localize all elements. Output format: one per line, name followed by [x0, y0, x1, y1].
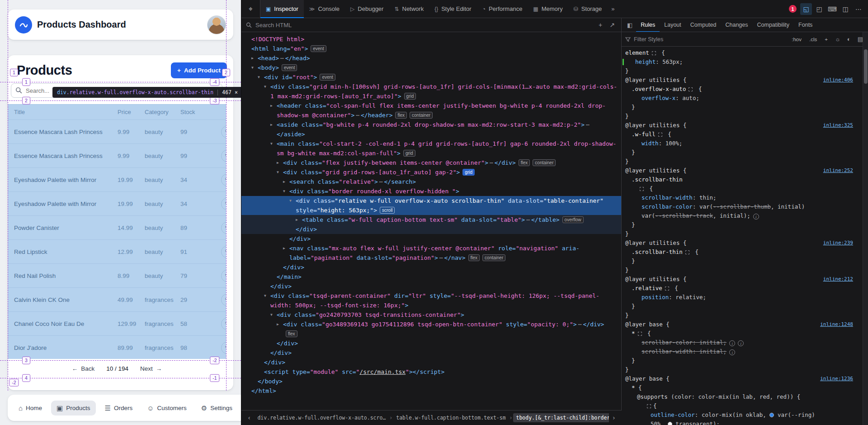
selector-highlighter-icon[interactable] — [685, 250, 689, 254]
rule-line[interactable]: width: 100%; — [622, 139, 862, 148]
rule-line[interactable]: .w-full { — [622, 130, 862, 139]
rule-line[interactable]: } — [622, 266, 862, 275]
markup-line[interactable]: ▶<aside class="bg-white p-4 rounded-2xl … — [241, 120, 621, 139]
expand-arrow-open-icon[interactable]: ▼ — [251, 63, 254, 72]
expand-arrow-closed-icon[interactable]: ▶ — [251, 53, 254, 63]
rule-line[interactable]: { — [622, 401, 862, 411]
error-count-badge[interactable]: 1 — [789, 5, 797, 13]
create-new-node-icon[interactable]: + — [597, 21, 604, 29]
column-header-title[interactable]: Title — [8, 109, 118, 115]
expand-arrow-open-icon[interactable]: ▼ — [264, 82, 266, 91]
light-scheme-icon[interactable]: ☼ — [833, 35, 842, 43]
sidebar-toggle-icon[interactable]: ◧ — [623, 22, 636, 29]
collapsed-ellipsis[interactable]: ⋯ — [488, 159, 495, 166]
edit-row-button[interactable]: ✎ — [221, 246, 226, 258]
expand-arrow-closed-icon[interactable]: ▶ — [270, 120, 273, 129]
tool-tab-debugger[interactable]: ▷Debugger — [345, 0, 389, 18]
rule-line[interactable]: * { — [622, 383, 862, 392]
event-badge[interactable]: event — [282, 64, 297, 71]
rule-line[interactable]: } — [622, 356, 862, 365]
tool-tab-console[interactable]: ≫Console — [304, 0, 345, 18]
rule-line[interactable]: element { — [622, 48, 862, 57]
rule-line[interactable]: } — [622, 257, 862, 266]
expand-arrow-open-icon[interactable]: ▼ — [277, 167, 279, 177]
rule-line[interactable]: .overflow-x-auto { — [622, 85, 862, 94]
rule-line[interactable]: @layer utilities {inline:406 — [622, 76, 862, 85]
edit-row-button[interactable]: ✎ — [221, 198, 226, 210]
markup-line[interactable]: ▼<div class="tsqd-parent-container" dir=… — [241, 291, 621, 310]
markup-line[interactable]: </div> — [241, 234, 621, 244]
nav-item-customers[interactable]: ☺Customers — [142, 401, 192, 415]
markup-line[interactable]: </div> — [241, 348, 621, 358]
sidebar-tab-layout[interactable]: Layout — [660, 18, 686, 32]
meatball-menu-icon[interactable]: ⋯ — [853, 3, 864, 15]
rule-line[interactable]: height: 563px; — [622, 57, 862, 67]
responsive-design-mode-icon[interactable]: ◱ — [800, 3, 812, 15]
avatar[interactable] — [207, 15, 226, 34]
edit-row-button[interactable]: ✎ — [221, 222, 226, 234]
expand-arrow-closed-icon[interactable]: ▶ — [277, 320, 279, 329]
dark-scheme-icon[interactable]: ◐ — [845, 35, 853, 43]
more-tools-chevron-icon[interactable]: » — [607, 5, 618, 12]
rule-line[interactable]: } — [622, 229, 862, 239]
expand-arrow-closed-icon[interactable]: ▶ — [283, 244, 285, 253]
markup-line[interactable]: ▼<div class="go2420793703 tsqd-transitio… — [241, 310, 621, 320]
markup-badge[interactable]: scroll — [380, 207, 395, 214]
markup-badge[interactable]: flex — [468, 254, 480, 261]
add-product-button[interactable]: + Add Product — [171, 62, 227, 78]
search-html-input[interactable] — [255, 22, 593, 29]
rule-line[interactable]: .scrollbar-thin — [622, 175, 862, 184]
markup-line[interactable]: </div> — [241, 282, 621, 291]
markup-line[interactable]: ▼<div class="border rounded-xl overflow-… — [241, 186, 621, 196]
expand-arrow-open-icon[interactable]: ▼ — [264, 291, 266, 301]
expand-arrow-closed-icon[interactable]: ▶ — [296, 215, 298, 224]
nav-item-orders[interactable]: ☰Orders — [99, 401, 138, 415]
next-button[interactable]: Next→ — [136, 362, 166, 375]
column-header-category[interactable]: Category — [145, 109, 180, 115]
stylesheet-source-link[interactable]: inline:212 — [823, 275, 853, 284]
column-header-price[interactable]: Price — [118, 109, 145, 115]
edit-row-button[interactable]: ✎ — [221, 150, 226, 162]
expand-arrow-open-icon[interactable]: ▼ — [258, 72, 260, 82]
rule-line[interactable]: outline-color: color-mix(in oklab, var(-… — [622, 411, 862, 425]
inactive-css-hint-icon[interactable]: i — [753, 214, 759, 220]
markup-line[interactable]: ▼<main class="col-start-2 -col-end-1 p-4… — [241, 139, 621, 158]
selector-highlighter-icon[interactable] — [665, 287, 669, 291]
event-badge[interactable]: event — [311, 45, 326, 52]
selector-highlighter-icon[interactable] — [638, 332, 642, 336]
markup-line[interactable]: </div> — [241, 339, 621, 348]
stylesheet-source-link[interactable]: inline:252 — [823, 166, 853, 175]
markup-line[interactable]: ▼<div class="grid min-h-[100svh] grid-ro… — [241, 82, 621, 101]
scrollbar-thumb[interactable] — [864, 49, 868, 84]
stylesheet-source-link[interactable]: inline:325 — [823, 121, 853, 130]
node-picker-icon[interactable]: ↗ — [608, 21, 617, 29]
rule-line[interactable]: .relative { — [622, 284, 862, 293]
nav-item-settings[interactable]: ⚙Settings — [196, 401, 238, 415]
edit-row-button[interactable]: ✎ — [221, 342, 226, 354]
collapsed-ellipsis[interactable]: ⋯ — [438, 254, 444, 261]
class-toggle[interactable]: .cls — [807, 35, 819, 43]
rule-line[interactable]: overflow-x: auto; — [622, 94, 862, 103]
split-console-icon[interactable]: ◫ — [840, 3, 851, 15]
rule-line[interactable]: scrollbar-width: initial;i — [622, 347, 862, 356]
event-badge[interactable]: event — [320, 74, 335, 81]
pseudo-class-toggle[interactable]: :hov — [789, 35, 804, 43]
rule-line[interactable]: @supports (color: color-mix(in lab, red,… — [622, 392, 862, 401]
collapsed-ellipsis[interactable]: ⋯ — [577, 321, 583, 328]
expand-arrow-closed-icon[interactable]: ▶ — [283, 177, 285, 186]
color-swatch-blue[interactable] — [769, 413, 774, 417]
rule-line[interactable]: scrollbar-color: var(--scrollbar-thumb, … — [622, 202, 862, 220]
rule-line[interactable]: .scrollbar-thin { — [622, 248, 862, 257]
breadcrumb-scroll-right-icon[interactable]: › — [609, 414, 619, 421]
markup-line[interactable]: ▶<table class="w-full caption-bottom tex… — [241, 215, 621, 224]
tool-tab-style-editor[interactable]: {}Style Editor — [429, 0, 477, 18]
sidebar-tab-rules[interactable]: Rules — [636, 18, 660, 32]
rule-line[interactable]: } — [622, 67, 862, 76]
markup-badge[interactable]: flex — [395, 112, 407, 119]
collapsed-ellipsis[interactable]: ⋯ — [585, 121, 591, 128]
expand-arrow-open-icon[interactable]: ▼ — [270, 139, 273, 148]
rule-line[interactable]: } — [622, 365, 862, 374]
collapsed-ellipsis[interactable]: ⋯ — [354, 112, 361, 119]
markup-badge[interactable]: container — [533, 159, 556, 166]
sidebar-tab-computed[interactable]: Computed — [686, 18, 721, 32]
